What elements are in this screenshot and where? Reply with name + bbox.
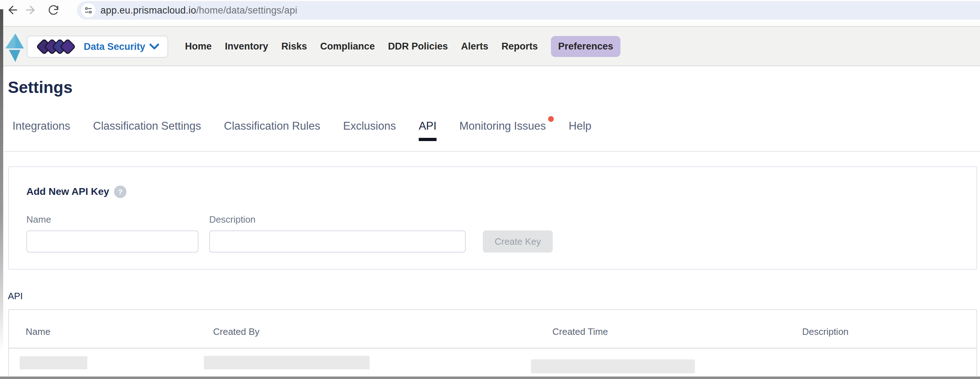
column-header-name[interactable]: Name <box>25 326 50 337</box>
prisma-cloud-logo-icon <box>5 30 25 63</box>
loading-skeleton-created-time <box>531 359 695 373</box>
chevron-down-icon <box>149 43 160 50</box>
nav-item-alerts[interactable]: Alerts <box>461 36 488 57</box>
tab-monitoring-issues[interactable]: Monitoring Issues <box>459 120 546 141</box>
data-security-diamonds-icon <box>36 39 78 54</box>
site-settings-sliders-icon <box>84 6 92 14</box>
nav-item-risks[interactable]: Risks <box>282 36 307 57</box>
tab-help[interactable]: Help <box>569 120 592 141</box>
reload-icon <box>48 4 59 16</box>
console-switcher-label: Data Security <box>84 41 145 52</box>
url-domain: app.eu.prismacloud.io <box>100 5 196 16</box>
browser-reload-button[interactable] <box>46 3 60 17</box>
window-left-edge <box>0 9 3 351</box>
browser-toolbar: app.eu.prismacloud.io/home/data/settings… <box>0 0 980 27</box>
nav-item-inventory[interactable]: Inventory <box>225 36 268 57</box>
api-keys-table: Name Created By Created Time Description <box>8 309 977 379</box>
name-field-label: Name <box>26 214 51 225</box>
app-navigation-bar: Data Security Home Inventory Risks Compl… <box>0 27 980 66</box>
api-section-label: API <box>8 291 23 302</box>
site-settings-button[interactable] <box>81 3 95 17</box>
api-key-description-input[interactable] <box>209 230 466 252</box>
tab-exclusions[interactable]: Exclusions <box>343 120 396 141</box>
window-bottom-edge <box>0 376 980 379</box>
main-menu: Home Inventory Risks Compliance DDR Poli… <box>185 27 620 66</box>
nav-item-preferences[interactable]: Preferences <box>551 36 620 57</box>
column-header-created-by[interactable]: Created By <box>213 326 259 337</box>
tab-integrations[interactable]: Integrations <box>13 120 70 141</box>
browser-back-button[interactable] <box>6 3 20 17</box>
column-header-created-time[interactable]: Created Time <box>552 326 608 337</box>
console-switcher-dropdown[interactable]: Data Security <box>27 36 168 58</box>
url-path: /home/data/settings/api <box>196 5 297 16</box>
tab-classification-rules[interactable]: Classification Rules <box>224 120 320 141</box>
add-api-key-title: Add New API Key <box>26 186 109 197</box>
description-field-label: Description <box>209 214 256 225</box>
loading-skeleton-name <box>20 356 87 369</box>
nav-item-ddr-policies[interactable]: DDR Policies <box>388 36 448 57</box>
table-header-divider <box>9 348 977 349</box>
url-text[interactable]: app.eu.prismacloud.io/home/data/settings… <box>100 5 297 16</box>
back-arrow-icon <box>6 3 19 16</box>
add-api-key-card: Add New API Key ? Name Description Creat… <box>8 167 977 270</box>
page-title: Settings <box>8 78 72 97</box>
create-key-button[interactable]: Create Key <box>483 230 553 252</box>
nav-item-home[interactable]: Home <box>185 36 212 57</box>
column-header-description[interactable]: Description <box>802 326 848 337</box>
loading-skeleton-created-by <box>204 356 369 369</box>
tab-monitoring-issues-label: Monitoring Issues <box>459 120 546 132</box>
address-bar[interactable]: app.eu.prismacloud.io/home/data/settings… <box>77 1 980 20</box>
nav-item-reports[interactable]: Reports <box>501 36 538 57</box>
tab-classification-settings[interactable]: Classification Settings <box>93 120 201 141</box>
settings-tabs: Integrations Classification Settings Cla… <box>13 120 592 141</box>
forward-arrow-icon <box>24 3 37 16</box>
help-icon[interactable]: ? <box>114 186 127 198</box>
api-key-name-input[interactable] <box>26 230 199 252</box>
tabs-divider <box>4 151 980 152</box>
tab-api[interactable]: API <box>419 120 436 141</box>
notification-dot <box>548 116 554 122</box>
browser-forward-button[interactable] <box>23 3 37 17</box>
nav-item-compliance[interactable]: Compliance <box>320 36 375 57</box>
